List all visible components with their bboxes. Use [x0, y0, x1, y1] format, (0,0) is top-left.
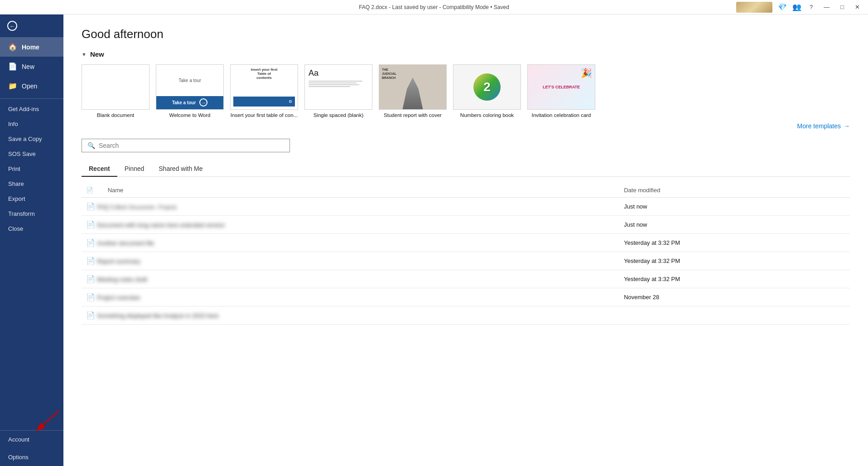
table-row[interactable]: 📄 Meeting notes draft Yesterday at 3:32 … — [82, 270, 850, 288]
template-thumb-student: THEJUDICIALBRANCH — [379, 64, 447, 110]
table-row[interactable]: 📄 Another document file Yesterday at 3:3… — [82, 234, 850, 252]
sidebar: ← 🏠 Home 📄 New 📁 Open Get Add-ins Info S… — [0, 15, 63, 466]
sidebar-item-get-add-ins[interactable]: Get Add-ins — [0, 102, 63, 116]
template-numbers[interactable]: 2 Numbers coloring book — [453, 64, 521, 118]
file-date: Just now — [619, 198, 850, 216]
sidebar-item-new[interactable]: 📄 New — [0, 57, 63, 76]
account-label: Account — [8, 436, 29, 443]
document-title: FAQ 2.docx - Last saved by user - Compat… — [359, 4, 509, 10]
sidebar-item-account[interactable]: Account — [0, 431, 63, 448]
file-name-cell: 📄 Something displayed like Analyze in 20… — [82, 306, 619, 325]
search-input[interactable] — [99, 142, 284, 149]
file-date: Yesterday at 3:32 PM — [619, 252, 850, 270]
sidebar-item-open[interactable]: 📁 Open — [0, 76, 63, 96]
template-thumb-blank — [82, 64, 149, 110]
table-row[interactable]: 📄 Something displayed like Analyze in 20… — [82, 306, 850, 325]
welcome-thumb-bar: Take a tour → — [156, 96, 223, 109]
file-icon: 📄 — [86, 311, 95, 319]
single-line — [309, 83, 357, 83]
toc-bar: ⚙ — [233, 97, 295, 107]
sidebar-item-export[interactable]: Export — [0, 191, 63, 206]
sos-save-label: SOS Save — [8, 150, 36, 157]
greeting-heading: Good afternoon — [82, 27, 850, 41]
student-figure — [401, 78, 424, 109]
transform-label: Transform — [8, 210, 35, 217]
template-welcome[interactable]: Take a tour Take a tour → Welcome to Wor… — [156, 64, 224, 118]
template-single[interactable]: Aa Single spaced (blank) — [304, 64, 372, 118]
sidebar-item-share[interactable]: Share — [0, 176, 63, 191]
table-row[interactable]: 📄 Document with long name here extended … — [82, 216, 850, 234]
tab-pinned[interactable]: Pinned — [117, 161, 152, 177]
tab-recent[interactable]: Recent — [82, 161, 117, 177]
template-blank[interactable]: Blank document — [82, 64, 149, 118]
table-row[interactable]: 📄 Project overview November 28 — [82, 288, 850, 306]
back-icon: ← — [7, 21, 17, 31]
template-thumb-single: Aa — [304, 64, 372, 110]
welcome-bar-text: Take a tour — [172, 100, 196, 105]
maximize-button[interactable]: □ — [838, 3, 847, 11]
file-name-cell: 📄 FAQ 2.docx Documents › Projects — [82, 198, 619, 216]
print-label: Print — [8, 165, 20, 172]
template-label-single: Single spaced (blank) — [313, 112, 364, 118]
table-row[interactable]: 📄 Report summary Yesterday at 3:32 PM — [82, 252, 850, 270]
export-label: Export — [8, 195, 25, 202]
main-layout: ← 🏠 Home 📄 New 📁 Open Get Add-ins Info S… — [0, 15, 868, 466]
template-toc[interactable]: Insert your firstTable ofcontents ⚙ Inse… — [230, 64, 298, 118]
file-name: Something displayed like Analyze in 2023… — [97, 312, 219, 319]
template-invitation[interactable]: LET'S CELEBRATE 🎉 Invitation celebration… — [527, 64, 595, 118]
sidebar-item-home[interactable]: 🏠 Home — [0, 37, 63, 57]
user-avatar[interactable] — [736, 2, 772, 13]
search-icon: 🔍 — [87, 142, 95, 149]
open-icon: 📁 — [8, 82, 17, 90]
template-thumb-invitation: LET'S CELEBRATE 🎉 — [527, 64, 595, 110]
file-name-cell: 📄 Another document file — [82, 234, 619, 252]
svg-line-1 — [36, 411, 59, 431]
template-label-welcome: Welcome to Word — [169, 112, 211, 118]
template-label-blank: Blank document — [97, 112, 134, 118]
new-section-header[interactable]: ▼ New — [82, 50, 850, 58]
file-date: Yesterday at 3:32 PM — [619, 270, 850, 288]
file-name-cell: 📄 Meeting notes draft — [82, 270, 619, 288]
numbers-circle: 2 — [473, 73, 501, 101]
file-date: Just now — [619, 216, 850, 234]
chevron-icon: ▼ — [82, 52, 87, 57]
invitation-text: LET'S CELEBRATE — [540, 82, 583, 92]
search-container: 🔍 — [82, 139, 850, 152]
template-label-invitation: Invitation celebration card — [531, 112, 591, 118]
new-section-label: New — [90, 50, 104, 58]
file-name-cell: 📄 Report summary — [82, 252, 619, 270]
file-icon: 📄 — [86, 275, 95, 283]
single-lines — [309, 81, 368, 87]
table-header: 📄 Name Date modified — [82, 184, 850, 198]
toc-thumb-title: Insert your firstTable ofcontents — [251, 68, 278, 80]
sidebar-item-transform[interactable]: Transform — [0, 206, 63, 221]
more-templates-link[interactable]: More templates → — [797, 122, 850, 130]
template-student[interactable]: THEJUDICIALBRANCH Student report with co… — [379, 64, 447, 118]
file-name-cell: 📄 Project overview — [82, 288, 619, 306]
sidebar-item-sos-save[interactable]: SOS Save — [0, 146, 63, 161]
more-templates-arrow: → — [844, 122, 850, 130]
info-label: Info — [8, 121, 18, 127]
sidebar-item-close[interactable]: Close — [0, 221, 63, 236]
toc-bar-icon: ⚙ — [289, 99, 292, 104]
sidebar-item-options[interactable]: Options — [0, 448, 63, 466]
file-date: November 28 — [619, 288, 850, 306]
table-row[interactable]: 📄 FAQ 2.docx Documents › Projects Just n… — [82, 198, 850, 216]
minimize-button[interactable]: — — [821, 3, 832, 11]
sidebar-item-print[interactable]: Print — [0, 161, 63, 176]
back-button[interactable]: ← — [0, 15, 63, 37]
help-button[interactable]: ? — [807, 3, 815, 11]
file-icon-header: 📄 — [86, 187, 93, 194]
welcome-arrow-circle: → — [199, 98, 207, 107]
close-button[interactable]: ✕ — [852, 3, 863, 11]
file-icon: 📄 — [86, 293, 95, 301]
sidebar-item-info[interactable]: Info — [0, 116, 63, 131]
file-date: Yesterday at 3:32 PM — [619, 234, 850, 252]
collaboration-icon[interactable]: 👥 — [792, 3, 801, 11]
single-aa: Aa — [309, 68, 318, 78]
content-area: Good afternoon ▼ New Blank document Take… — [63, 15, 868, 466]
sidebar-item-save-copy[interactable]: Save a Copy — [0, 131, 63, 146]
tab-shared[interactable]: Shared with Me — [151, 161, 210, 177]
template-thumb-numbers: 2 — [453, 64, 521, 110]
file-icon: 📄 — [86, 257, 95, 265]
